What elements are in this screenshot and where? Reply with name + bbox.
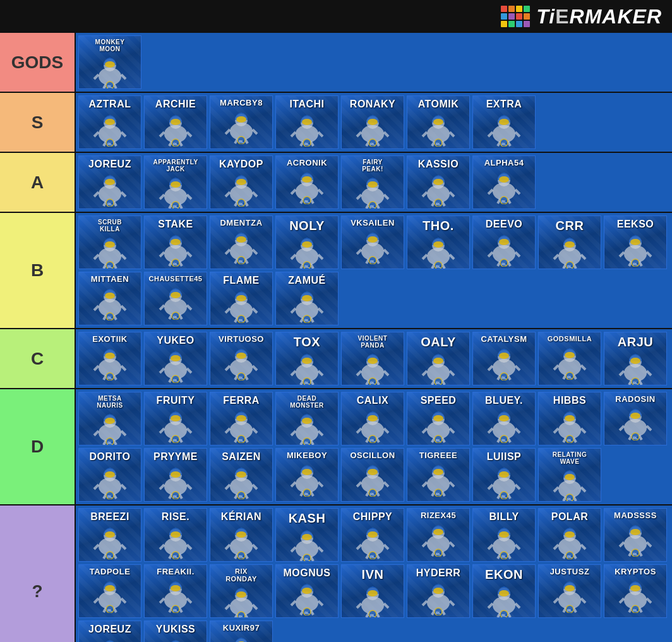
player-card[interactable]: RADOSIN RL xyxy=(604,392,667,445)
player-card[interactable]: SPEED RL xyxy=(407,392,470,445)
player-card[interactable]: DMENTZA RL xyxy=(210,215,273,269)
player-card[interactable]: MITTAEN RL xyxy=(78,272,141,325)
player-card[interactable]: FRUITY RL xyxy=(144,392,207,445)
player-card[interactable]: RISE. RL xyxy=(144,508,207,562)
player-card[interactable]: JUSTUSZ RL xyxy=(538,564,601,618)
player-card[interactable]: YUKISS RL xyxy=(144,621,207,642)
player-card[interactable]: TADPOLE RL xyxy=(78,564,141,618)
player-card[interactable]: LUIISP RL xyxy=(472,448,536,502)
player-card[interactable]: OALY RL xyxy=(407,332,470,385)
player-card[interactable]: MARCBY8 RL xyxy=(210,95,273,149)
player-card[interactable]: HYDERR RL xyxy=(407,564,470,618)
player-card[interactable]: KASH RL xyxy=(275,508,339,562)
svg-text:RL: RL xyxy=(501,555,507,559)
player-card[interactable]: EEKSO RL xyxy=(604,215,667,269)
player-name: NOLY xyxy=(289,219,325,233)
player-card[interactable]: METSANAURIS RL xyxy=(78,392,141,445)
svg-text:RL: RL xyxy=(239,318,244,322)
player-card[interactable]: AZTRAL RL xyxy=(78,95,141,149)
player-card[interactable]: KRYPTOS RL xyxy=(604,564,667,618)
player-card[interactable]: THO. RL xyxy=(407,215,470,269)
player-card[interactable]: MOGNUS RL xyxy=(275,564,339,618)
player-card[interactable]: FREAKII. RL xyxy=(144,564,207,618)
player-card[interactable]: MONKEYMOON RL xyxy=(78,35,141,89)
svg-point-488 xyxy=(105,531,115,538)
player-card[interactable]: ATOMIK RL xyxy=(407,95,470,149)
player-card[interactable]: ALPHA54 RL xyxy=(472,155,536,209)
player-card[interactable]: DEADMONSTER RL xyxy=(275,392,339,445)
player-card[interactable]: CHAUSETTE45 RL xyxy=(144,272,207,325)
player-name: MARCBY8 xyxy=(220,99,263,107)
player-card[interactable]: KUXIR97 RL xyxy=(210,621,273,642)
player-card[interactable]: DEEVO RL xyxy=(472,215,536,269)
player-card[interactable]: MADSSSS RL xyxy=(604,508,667,562)
player-icon: RL xyxy=(91,344,129,383)
player-card[interactable]: ZAMUÉ RL xyxy=(275,272,339,325)
player-card[interactable]: VIRTUOSO RL xyxy=(210,332,273,385)
player-card[interactable]: PRYYME RL xyxy=(144,448,207,502)
player-card[interactable]: BILLY RL xyxy=(472,508,536,562)
player-card[interactable]: SAIZEN RL xyxy=(210,448,273,502)
player-card[interactable]: STAKE RL xyxy=(144,215,207,269)
player-card[interactable]: APPARENTLYJACK RL xyxy=(144,155,207,209)
player-card[interactable]: GODSMILLA RL xyxy=(538,332,601,385)
player-card[interactable]: CRR RL xyxy=(538,215,601,269)
player-icon: RL xyxy=(354,110,392,149)
player-card[interactable]: JOREUZ RL xyxy=(78,155,141,209)
svg-text:RL: RL xyxy=(436,611,441,615)
player-icon: RL xyxy=(419,520,457,559)
player-card[interactable]: ITACHI RL xyxy=(275,95,339,149)
player-card[interactable]: BLUEY. RL xyxy=(472,392,536,445)
svg-line-480 xyxy=(554,487,558,492)
player-card[interactable]: CATALYSM RL xyxy=(472,332,536,385)
player-card[interactable]: KÉRIAN RL xyxy=(210,508,273,562)
svg-text:RL: RL xyxy=(107,202,112,206)
player-card[interactable]: CHIPPY RL xyxy=(341,508,404,562)
player-card[interactable]: EXOTIIK RL xyxy=(78,332,141,385)
player-card[interactable]: VIOLENTPANDA RL xyxy=(341,332,404,385)
player-card[interactable]: ACRONIK RL xyxy=(275,155,339,209)
player-card[interactable]: EXTRA RL xyxy=(472,95,536,149)
player-card[interactable]: FAIRYPEAK! RL xyxy=(341,155,404,209)
player-card[interactable]: RIXRONDAY RL xyxy=(210,564,273,618)
svg-text:RL: RL xyxy=(304,381,309,385)
player-card[interactable]: VKSAILEN RL xyxy=(341,215,404,269)
player-card[interactable]: RELATINGWAVE RL xyxy=(538,448,601,502)
player-card[interactable]: CALIX RL xyxy=(341,392,404,445)
svg-line-192 xyxy=(488,252,493,257)
player-card[interactable]: JOREUZ RL xyxy=(78,621,141,642)
svg-line-157 xyxy=(253,250,257,254)
player-card[interactable]: DORITO RL xyxy=(78,448,141,502)
player-card[interactable]: YUKEO RL xyxy=(144,332,207,385)
player-card[interactable]: MIKEBOY RL xyxy=(275,448,339,502)
player-card[interactable]: IVN RL xyxy=(341,564,404,618)
player-card[interactable]: ARJU RL xyxy=(604,332,667,385)
player-card[interactable]: SCRUBKILLA RL xyxy=(78,215,141,269)
tier-label-s: S xyxy=(0,93,76,152)
svg-line-498 xyxy=(160,545,164,549)
player-card[interactable]: RIZEX45 RL xyxy=(407,508,470,562)
player-card[interactable]: FLAME RL xyxy=(210,272,273,325)
player-card[interactable]: POLAR RL xyxy=(538,508,601,562)
player-card[interactable]: BREEZI RL xyxy=(78,508,141,562)
svg-line-3 xyxy=(94,75,99,79)
player-card[interactable]: OSCILLON RL xyxy=(341,448,404,502)
svg-line-426 xyxy=(160,485,164,489)
player-card[interactable]: KAYDOP RL xyxy=(210,155,273,209)
svg-line-247 xyxy=(318,308,323,313)
player-card[interactable]: RONAKY RL xyxy=(341,95,404,149)
player-card[interactable]: FERRA RL xyxy=(210,392,273,445)
player-card[interactable]: HIBBS RL xyxy=(538,392,601,445)
player-card[interactable]: EKON RL xyxy=(472,564,536,618)
svg-line-12 xyxy=(94,132,99,136)
svg-point-74 xyxy=(105,179,115,185)
svg-point-452 xyxy=(368,469,378,475)
player-card[interactable]: NOLY RL xyxy=(275,215,339,269)
svg-line-463 xyxy=(450,482,454,487)
player-card[interactable]: KASSIO RL xyxy=(407,155,470,209)
player-card[interactable]: ARCHIE RL xyxy=(144,95,207,149)
svg-point-335 xyxy=(105,418,115,424)
player-card[interactable]: TIGREEE RL xyxy=(407,448,470,502)
player-card[interactable]: TOX RL xyxy=(275,332,339,385)
player-icon: RL xyxy=(222,286,260,325)
